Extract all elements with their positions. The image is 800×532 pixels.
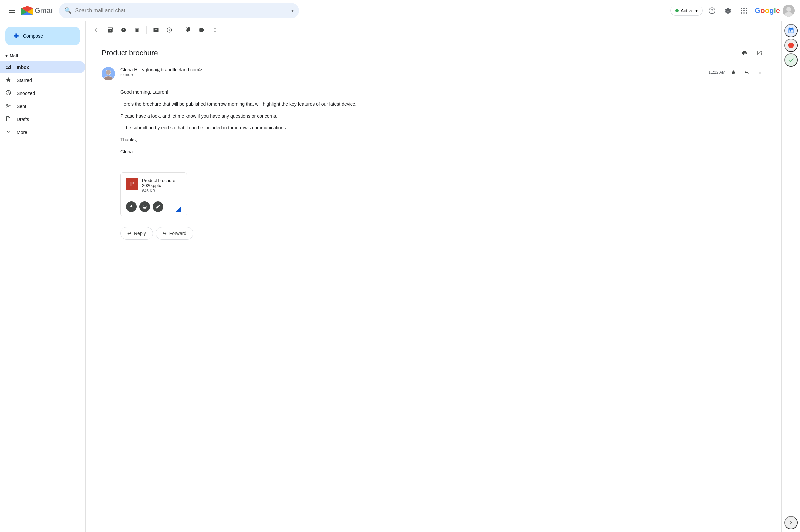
gmail-logo[interactable]: Gmail	[21, 6, 54, 15]
back-button[interactable]	[91, 24, 103, 36]
help-button[interactable]: ?	[705, 4, 719, 17]
attachment-card: P Product brochure 2020.pptx 646 KB	[120, 172, 187, 216]
body-line1: Here's the brochure that will be publish…	[120, 100, 765, 108]
sidebar-item-sent[interactable]: Sent	[0, 100, 85, 112]
sidebar-item-starred[interactable]: Starred	[0, 74, 85, 86]
compose-button[interactable]: ✚ Compose	[5, 27, 80, 45]
svg-rect-0	[9, 9, 15, 10]
forward-button[interactable]: ↪ Forward	[156, 227, 193, 240]
topbar: Gmail 🔍 ▾ Active ▾ ?	[0, 0, 800, 21]
delete-button[interactable]	[131, 24, 143, 36]
active-dot	[675, 9, 679, 12]
email-meta-right: 11:22 AM	[708, 67, 765, 78]
email-body: Good morning, Lauren! Here's the brochur…	[120, 88, 765, 156]
toolbar-divider-1	[146, 26, 147, 34]
google-logo: Google	[755, 6, 780, 15]
more-options-button[interactable]	[209, 24, 221, 36]
starred-label: Starred	[17, 78, 32, 83]
hamburger-button[interactable]	[5, 4, 19, 17]
email-content: Product brochure	[86, 39, 781, 532]
svg-rect-2	[9, 12, 15, 13]
search-bar: 🔍 ▾	[59, 3, 299, 18]
body-line2: Please have a look, and let me know if y…	[120, 112, 765, 120]
rs-expand-button[interactable]	[784, 516, 798, 529]
report-spam-button[interactable]	[118, 24, 130, 36]
gmail-label: Gmail	[35, 6, 54, 15]
search-input[interactable]	[75, 8, 288, 14]
right-sidebar: !	[781, 21, 800, 532]
toolbar-divider-2	[179, 26, 179, 34]
move-to-button[interactable]	[182, 24, 194, 36]
edit-attachment-button[interactable]	[153, 201, 163, 212]
email-toolbar	[86, 21, 781, 39]
sender-name-line: Gloria Hill <gloria@brandtleeland.com>	[120, 67, 703, 72]
to-label: to me	[120, 72, 130, 77]
attachment-size: 646 KB	[142, 189, 181, 193]
sidebar-item-snoozed[interactable]: Snoozed	[0, 87, 85, 99]
email-time: 11:22 AM	[708, 70, 725, 75]
rs-check-button[interactable]	[784, 53, 798, 66]
body-greeting: Good morning, Lauren!	[120, 88, 765, 96]
drafts-icon	[5, 116, 11, 123]
sidebar-item-more[interactable]: More	[0, 126, 85, 138]
more-label: More	[17, 130, 27, 135]
mail-chevron-icon: ▾	[5, 53, 8, 58]
compose-plus-icon: ✚	[13, 32, 19, 40]
label-button[interactable]	[196, 24, 208, 36]
snoozed-label: Snoozed	[17, 91, 35, 96]
sidebar-item-inbox[interactable]: Inbox	[0, 61, 85, 73]
mail-section-header[interactable]: ▾ Mail	[0, 51, 85, 60]
compose-label: Compose	[23, 33, 43, 39]
attachment-info: Product brochure 2020.pptx 646 KB	[142, 178, 181, 193]
rs-tasks-button[interactable]: !	[784, 39, 798, 52]
open-in-new-button[interactable]	[753, 47, 765, 59]
sender-info: Gloria Hill <gloria@brandtleeland.com> t…	[120, 67, 703, 77]
active-label: Active	[681, 8, 693, 13]
mark-unread-button[interactable]	[150, 24, 162, 36]
email-area: Product brochure	[85, 21, 781, 532]
rs-calendar-button[interactable]	[784, 24, 798, 37]
sent-label: Sent	[17, 104, 26, 109]
search-icon: 🔍	[64, 7, 72, 14]
reply-label: Reply	[134, 231, 146, 236]
sender-avatar	[102, 67, 115, 80]
active-status-button[interactable]: Active ▾	[670, 6, 703, 16]
reply-icon-button[interactable]	[741, 67, 752, 78]
email-more-button[interactable]	[755, 67, 765, 78]
to-chevron-icon: ▾	[131, 72, 133, 77]
sidebar-item-drafts[interactable]: Drafts	[0, 113, 85, 125]
save-to-drive-button[interactable]	[139, 201, 150, 212]
apps-button[interactable]	[737, 4, 751, 17]
mail-section-label: Mail	[9, 53, 18, 58]
attachment-corner-fold	[175, 206, 181, 212]
email-subject-actions	[739, 47, 765, 59]
sent-icon	[5, 103, 11, 110]
to-me-line[interactable]: to me ▾	[120, 72, 703, 77]
attachment-type-icon: P	[126, 178, 138, 190]
svg-point-11	[106, 70, 111, 75]
star-button[interactable]	[728, 67, 739, 78]
topbar-right: Active ▾ ? Google	[670, 4, 795, 17]
active-chevron-icon: ▾	[695, 8, 698, 13]
download-attachment-button[interactable]	[126, 201, 137, 212]
main-layout: ✚ Compose ▾ Mail Inbox Starred Snoozed	[0, 21, 800, 532]
user-avatar-button[interactable]	[783, 5, 795, 17]
svg-point-6	[786, 7, 791, 12]
settings-button[interactable]	[721, 4, 735, 17]
archive-button[interactable]	[104, 24, 116, 36]
svg-rect-1	[9, 10, 15, 11]
forward-arrow-icon: ↪	[163, 231, 167, 236]
body-name: Gloria	[120, 148, 765, 156]
sidebar: ✚ Compose ▾ Mail Inbox Starred Snoozed	[0, 21, 85, 532]
snoozed-icon	[5, 90, 11, 97]
user-avatar	[783, 5, 795, 17]
email-subject-text: Product brochure	[102, 49, 158, 57]
email-subject-row: Product brochure	[102, 47, 765, 59]
print-button[interactable]	[739, 47, 751, 59]
search-dropdown-icon[interactable]: ▾	[291, 8, 294, 13]
starred-icon	[5, 77, 11, 84]
attachment-name: Product brochure 2020.pptx	[142, 178, 181, 188]
attachment-preview: P Product brochure 2020.pptx 646 KB	[121, 173, 187, 199]
reply-button[interactable]: ↩ Reply	[120, 227, 153, 240]
snooze-button[interactable]	[163, 24, 175, 36]
